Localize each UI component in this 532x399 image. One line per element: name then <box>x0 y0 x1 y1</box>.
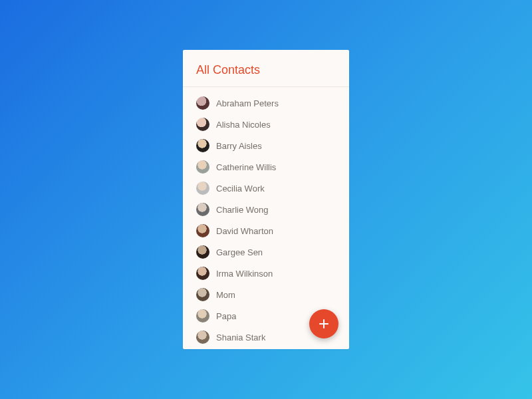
avatar <box>196 139 209 152</box>
avatar <box>196 96 209 110</box>
contact-name: Alisha Nicoles <box>216 120 271 130</box>
contact-name: Barry Aisles <box>216 141 262 151</box>
avatar <box>196 309 209 323</box>
contact-row[interactable]: Abraham Peters <box>183 92 349 114</box>
card-header: All Contacts <box>183 50 349 87</box>
contact-row[interactable]: Cecilia Work <box>183 178 349 199</box>
contact-row[interactable]: Gargee Sen <box>183 241 349 263</box>
avatar <box>196 245 209 259</box>
contact-name: Cecilia Work <box>216 184 265 194</box>
contact-name: Papa <box>216 311 236 321</box>
contact-row[interactable]: Irma Wilkinson <box>183 263 349 284</box>
contact-name: Gargee Sen <box>216 247 263 257</box>
contact-name: David Wharton <box>216 226 273 236</box>
avatar <box>196 182 209 195</box>
avatar <box>196 267 209 280</box>
contact-row[interactable]: Mom <box>183 284 349 305</box>
contact-name: Shania Stark <box>216 332 265 342</box>
avatar <box>196 203 209 216</box>
plus-icon <box>318 318 330 330</box>
avatar <box>196 288 209 301</box>
contact-name: Mom <box>216 290 235 300</box>
avatar <box>196 118 209 131</box>
contact-row[interactable]: Charlie Wong <box>183 199 349 220</box>
avatar <box>196 224 209 237</box>
contacts-card: All Contacts Abraham Peters Alisha Nicol… <box>183 50 349 349</box>
contact-name: Irma Wilkinson <box>216 269 273 279</box>
page-title: All Contacts <box>196 63 336 77</box>
contact-name: Charlie Wong <box>216 205 269 215</box>
add-contact-button[interactable] <box>309 309 338 338</box>
contact-row[interactable]: Barry Aisles <box>183 135 349 156</box>
contact-row[interactable]: Catherine Willis <box>183 156 349 178</box>
contact-name: Catherine Willis <box>216 162 276 172</box>
contact-row[interactable]: Alisha Nicoles <box>183 114 349 135</box>
avatar <box>196 331 209 344</box>
avatar <box>196 160 209 174</box>
contact-row[interactable]: David Wharton <box>183 220 349 241</box>
contact-name: Abraham Peters <box>216 98 279 108</box>
